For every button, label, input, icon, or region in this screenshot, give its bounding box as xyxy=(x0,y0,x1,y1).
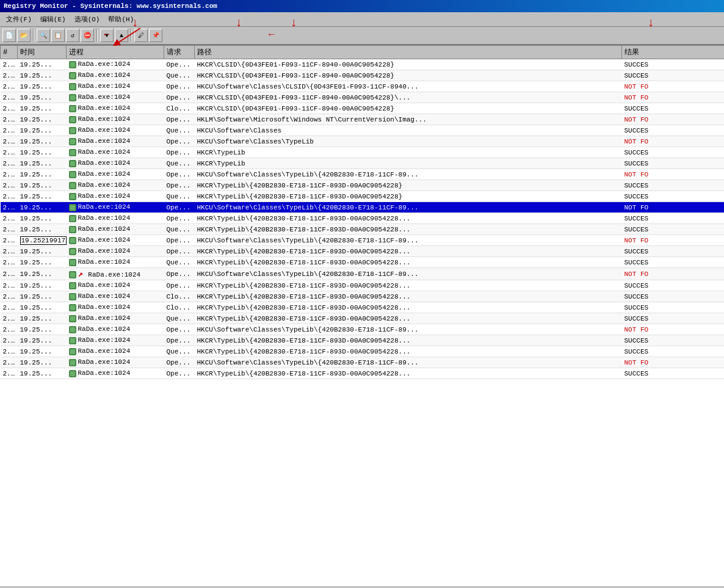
cell-num: 2... xyxy=(1,280,18,291)
table-row[interactable]: 2...19.25...RaDa.exe:1024Clo...HKCR\Type… xyxy=(1,302,725,313)
registry-table: # 时间 进程 请求 路径 结果 2...19.25...RaDa.exe:10… xyxy=(0,45,724,379)
cell-num: 2... xyxy=(1,70,18,81)
col-header-result[interactable]: 结果 xyxy=(622,46,725,59)
table-row[interactable]: 2...19.25...RaDa.exe:1024Ope...HKCR\Type… xyxy=(1,147,725,158)
cell-path: HKCU\Software\Classes\TypeLib\{420B2830-… xyxy=(195,357,622,368)
table-row[interactable]: 2...19.25...RaDa.exe:1024Ope...HKCU\Soft… xyxy=(1,202,725,213)
table-row[interactable]: 2...19.25...RaDa.exe:1024Ope...HKCR\Type… xyxy=(1,335,725,346)
cell-process: ↗ RaDa.exe:1024 xyxy=(67,268,164,280)
toolbar-highlight[interactable]: 🖊 xyxy=(134,29,148,42)
table-header: # 时间 进程 请求 路径 结果 xyxy=(1,46,725,59)
cell-path: HKCU\Software\Classes\TypeLib xyxy=(195,136,622,147)
table-row[interactable]: 2...19.25...↗ RaDa.exe:1024Ope...HKCU\So… xyxy=(1,268,725,280)
arrow-left2: ← xyxy=(269,29,275,40)
cell-result: SUCCES xyxy=(622,103,725,114)
col-header-request[interactable]: 请求 xyxy=(164,46,195,59)
table-row[interactable]: 2...19.25...RaDa.exe:1024Que...HKCR\CLSI… xyxy=(1,70,725,81)
col-header-path[interactable]: 路径 xyxy=(195,46,622,59)
table-row[interactable]: 2...19.25...RaDa.exe:1024Que...HKCU\Soft… xyxy=(1,125,725,136)
table-row[interactable]: 2...19.25...RaDa.exe:1024Ope...HKCU\Soft… xyxy=(1,169,725,180)
table-row[interactable]: 2...19.25...RaDa.exe:1024Que...HKCR\Type… xyxy=(1,158,725,169)
toolbar-new[interactable]: 📄 xyxy=(2,29,16,42)
cell-request: Que... xyxy=(164,70,195,81)
table-row[interactable]: 2...19.25...RaDa.exe:1024Ope...HKCR\Type… xyxy=(1,213,725,224)
process-icon xyxy=(69,359,76,366)
table-body: 2...19.25...RaDa.exe:1024Ope...HKCR\CLSI… xyxy=(1,59,725,379)
cell-path: HKCU\Software\Classes\TypeLib\{420B2830-… xyxy=(195,268,622,280)
cell-result: NOT FO xyxy=(622,92,725,103)
menu-options[interactable]: 选项(O) xyxy=(71,13,104,25)
cell-num: 2... xyxy=(1,257,18,268)
cell-process: RaDa.exe:1024 xyxy=(67,291,164,302)
process-icon xyxy=(69,248,76,255)
menu-help[interactable]: 帮助(H) xyxy=(104,13,137,25)
table-row[interactable]: 2...19.25...RaDa.exe:1024Que...HKCR\Type… xyxy=(1,346,725,357)
table-row[interactable]: 2...19.25...RaDa.exe:1024Ope...HKCU\Soft… xyxy=(1,81,725,92)
cell-result: SUCCES xyxy=(622,335,725,346)
cell-path: HKCR\TypeLib\{420B2830-E718-11CF-893D-00… xyxy=(195,313,622,324)
toolbar-search[interactable]: 🔍 xyxy=(37,29,50,42)
table-row[interactable]: 2...19.25...RaDa.exe:1024Ope...HKCU\Soft… xyxy=(1,357,725,368)
toolbar-refresh[interactable]: ↺ xyxy=(66,29,79,42)
cell-request: Ope... xyxy=(164,324,195,335)
cell-process: RaDa.exe:1024 xyxy=(67,70,164,81)
toolbar-sep3 xyxy=(131,29,132,42)
cell-num: 2... xyxy=(1,81,18,92)
table-row[interactable]: 2...19.25...RaDa.exe:1024Que...HKCR\Type… xyxy=(1,313,725,324)
cell-num: 2... xyxy=(1,169,18,180)
table-row[interactable]: 2...19.25...RaDa.exe:1024Ope...HKLM\Soft… xyxy=(1,114,725,125)
toolbar-open[interactable]: 📂 xyxy=(17,29,31,42)
cell-path: HKCR\TypeLib\{420B2830-E718-11CF-893D-00… xyxy=(195,191,622,202)
cell-result: NOT FO xyxy=(622,235,725,246)
cell-num: 2... xyxy=(1,147,18,158)
table-row[interactable]: 2...19.25...RaDa.exe:1024Clo...HKCR\Type… xyxy=(1,291,725,302)
process-icon xyxy=(69,127,76,134)
process-icon xyxy=(69,182,76,189)
table-row[interactable]: 2...19.25...RaDa.exe:1024Ope...HKCR\CLSI… xyxy=(1,59,725,70)
cell-request: Ope... xyxy=(164,246,195,257)
toolbar-filter2[interactable]: ▲ xyxy=(115,29,128,42)
row-arrow: ↗ xyxy=(78,269,89,279)
cell-request: Que... xyxy=(164,125,195,136)
table-row[interactable]: 2...19.25219917RaDa.exe:1024Ope...HKCU\S… xyxy=(1,235,725,246)
menu-edit[interactable]: 编辑(E) xyxy=(37,13,70,25)
cell-time: 19.25... xyxy=(18,268,67,280)
toolbar-stop[interactable]: ⛔ xyxy=(81,29,94,42)
cell-time: 19.25... xyxy=(18,257,67,268)
cell-process: RaDa.exe:1024 xyxy=(67,169,164,180)
cell-time: 19.25... xyxy=(18,125,67,136)
toolbar-find[interactable]: 📋 xyxy=(51,29,65,42)
table-row[interactable]: 2...19.25...RaDa.exe:1024Ope...HKCR\Type… xyxy=(1,368,725,379)
cell-request: Que... xyxy=(164,224,195,235)
toolbar-filter[interactable]: ▼ xyxy=(100,29,114,42)
cell-request: Ope... xyxy=(164,268,195,280)
cell-result: SUCCES xyxy=(622,302,725,313)
process-icon xyxy=(69,94,76,101)
table-row[interactable]: 2...19.25...RaDa.exe:1024Ope...HKCR\Type… xyxy=(1,246,725,257)
col-header-process[interactable]: 进程 xyxy=(67,46,164,59)
table-row[interactable]: 2...19.25...RaDa.exe:1024Ope...HKCU\Soft… xyxy=(1,136,725,147)
toolbar-highlight2[interactable]: 📌 xyxy=(149,29,162,42)
cell-path: HKCR\TypeLib xyxy=(195,147,622,158)
table-row[interactable]: 2...19.25...RaDa.exe:1024Que...HKCR\Type… xyxy=(1,257,725,268)
table-row[interactable]: 2...19.25...RaDa.exe:1024Ope...HKCR\CLSI… xyxy=(1,92,725,103)
process-icon xyxy=(69,304,76,311)
col-header-time[interactable]: 时间 xyxy=(18,46,67,59)
cell-result: NOT FO xyxy=(622,202,725,213)
cell-path: HKCR\TypeLib xyxy=(195,158,622,169)
cell-num: 2... xyxy=(1,114,18,125)
cell-process: RaDa.exe:1024 xyxy=(67,92,164,103)
table-row[interactable]: 2...19.25...RaDa.exe:1024Ope...HKCR\Type… xyxy=(1,280,725,291)
cell-process: RaDa.exe:1024 xyxy=(67,202,164,213)
cell-process: RaDa.exe:1024 xyxy=(67,246,164,257)
table-row[interactable]: 2...19.25...RaDa.exe:1024Que...HKCR\Type… xyxy=(1,191,725,202)
table-row[interactable]: 2...19.25...RaDa.exe:1024Ope...HKCU\Soft… xyxy=(1,324,725,335)
table-container[interactable]: # 时间 进程 请求 路径 结果 2...19.25...RaDa.exe:10… xyxy=(0,45,724,586)
cell-process: RaDa.exe:1024 xyxy=(67,346,164,357)
table-row[interactable]: 2...19.25...RaDa.exe:1024Clo...HKCR\CLSI… xyxy=(1,103,725,114)
table-row[interactable]: 2...19.25...RaDa.exe:1024Que...HKCR\Type… xyxy=(1,224,725,235)
menu-file[interactable]: 文件(F) xyxy=(2,13,35,25)
cell-result: NOT FO xyxy=(622,81,725,92)
process-icon xyxy=(69,193,76,200)
table-row[interactable]: 2...19.25...RaDa.exe:1024Ope...HKCR\Type… xyxy=(1,180,725,191)
